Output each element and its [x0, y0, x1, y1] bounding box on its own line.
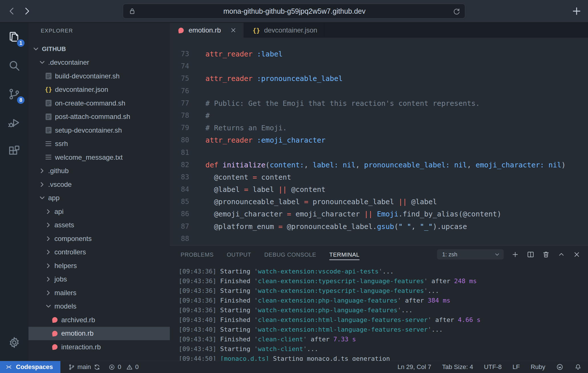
maximize-panel-icon[interactable] — [558, 251, 565, 258]
tree-item-emotion.rb[interactable]: emotion.rb — [28, 327, 170, 340]
terminal-select[interactable]: 1: zsh — [437, 249, 504, 260]
panel-tab-output[interactable]: OUTPUT — [227, 246, 251, 263]
language-mode[interactable]: Ruby — [531, 363, 545, 371]
error-icon — [109, 364, 115, 370]
remote-icon — [5, 363, 13, 371]
tree-item-assets[interactable]: assets — [28, 218, 170, 232]
refresh-icon[interactable] — [453, 7, 460, 15]
shell-script-file-icon — [45, 100, 52, 106]
code-text: # — [189, 110, 210, 122]
tree-item-GITHUB[interactable]: GITHUB — [28, 42, 170, 56]
codespaces-label: Codespaces — [16, 363, 53, 371]
panel-tab-terminal[interactable]: TERMINAL — [329, 246, 360, 263]
tree-item-controllers[interactable]: controllers — [28, 246, 170, 259]
explorer-sidebar: EXPLORER GITHUB.devcontainerbuild-devcon… — [28, 23, 170, 361]
branch-indicator[interactable]: main — [68, 363, 101, 371]
url-bar[interactable]: mona-github-github-g59jpq2w5w7.github.de… — [123, 4, 465, 19]
notifications-bell-icon[interactable] — [574, 363, 582, 371]
tab-emotion.rb[interactable]: emotion.rb — [170, 23, 244, 38]
tree-item-models[interactable]: models — [28, 300, 170, 313]
line-number: 75 — [170, 72, 189, 85]
activity-explorer[interactable]: 1 — [0, 23, 28, 51]
tree-item-.github[interactable]: .github — [28, 164, 170, 178]
code-text: attr_reader :pronounceable_label — [189, 72, 343, 85]
terminal-output[interactable]: [09:43:36] Starting 'watch-extension:vsc… — [170, 263, 588, 372]
activity-settings[interactable] — [0, 328, 28, 357]
browser-chrome: mona-github-github-g59jpq2w5w7.github.de… — [0, 0, 588, 23]
browser-window: mona-github-github-g59jpq2w5w7.github.de… — [0, 0, 588, 373]
tree-item-devcontainer.json[interactable]: {}devcontainer.json — [28, 83, 170, 97]
chevron-down — [45, 303, 52, 310]
tree-item-label: GITHUB — [42, 45, 66, 53]
eol-indicator[interactable]: LF — [513, 363, 520, 371]
problems-indicator[interactable]: 0 0 — [109, 363, 139, 371]
code-editor[interactable]: 73 attr_reader :label7475 attr_reader :p… — [170, 38, 588, 245]
code-text — [189, 233, 197, 245]
code-line: 79 # Returns an Emoji. — [170, 122, 588, 134]
tree-item-ssrh[interactable]: ssrh — [28, 137, 170, 151]
tree-item-.vscode[interactable]: .vscode — [28, 178, 170, 191]
tree-item-welcome_message.txt[interactable]: welcome_message.txt — [28, 151, 170, 164]
branch-icon — [68, 364, 75, 370]
code-text: @pronounceable_label = pronounceable_lab… — [189, 196, 437, 208]
tree-item-on-create-command.sh[interactable]: on-create-command.sh — [28, 96, 170, 110]
code-line: 80 attr_reader :emoji_character — [170, 134, 588, 146]
tree-item-build-devcontainer.sh[interactable]: build-devcontainer.sh — [28, 69, 170, 83]
forward-icon[interactable] — [22, 6, 32, 16]
code-line: 76 — [170, 85, 588, 97]
editor-group: emotion.rb{}devcontainer.json 73 attr_re… — [170, 23, 588, 361]
tree-item-interaction.rb[interactable]: interaction.rb — [28, 340, 170, 354]
new-tab-icon[interactable] — [571, 5, 582, 17]
tree-item-label: helpers — [54, 262, 77, 270]
tree-item-api[interactable]: api — [28, 205, 170, 218]
tree-item-label: setup-devcontainer.sh — [55, 126, 122, 134]
close-panel-icon[interactable] — [573, 251, 581, 258]
line-number: 80 — [170, 134, 189, 146]
tree-item-app[interactable]: app — [28, 191, 170, 205]
file-tree: GITHUB.devcontainerbuild-devcontainer.sh… — [28, 38, 170, 354]
line-number: 77 — [170, 97, 189, 110]
terminal-line: [09:43:36] Finished 'clean-extension:typ… — [179, 276, 588, 286]
sync-icon[interactable] — [93, 364, 101, 371]
back-icon[interactable] — [7, 6, 17, 16]
tree-item-label: api — [54, 208, 64, 216]
tree-item-setup-devcontainer.sh[interactable]: setup-devcontainer.sh — [28, 123, 170, 137]
split-terminal-icon[interactable] — [527, 251, 534, 258]
error-count: 0 — [118, 363, 121, 371]
kill-terminal-icon[interactable] — [542, 251, 550, 258]
terminal-select-value: 1: zsh — [442, 251, 457, 258]
status-right: Ln 29, Col 7 Tab Size: 4 UTF-8 LF Ruby — [397, 363, 582, 371]
code-line: 81 — [170, 147, 588, 159]
tree-item-helpers[interactable]: helpers — [28, 259, 170, 273]
code-line: 87 @platform_enum = @pronounceable_label… — [170, 220, 588, 233]
json-file-icon: {} — [45, 86, 52, 93]
tree-item-mailers[interactable]: mailers — [28, 286, 170, 300]
activity-extensions[interactable] — [0, 137, 28, 165]
new-terminal-icon[interactable] — [511, 251, 519, 258]
activity-source-control[interactable]: 8 — [0, 80, 28, 108]
codespaces-button[interactable]: Codespaces — [0, 361, 60, 373]
tree-item-label: .vscode — [48, 181, 72, 188]
tree-item-.devcontainer[interactable]: .devcontainer — [28, 56, 170, 70]
activity-search[interactable] — [0, 51, 28, 80]
cursor-position[interactable]: Ln 29, Col 7 — [397, 363, 431, 371]
panel-tab-problems[interactable]: PROBLEMS — [181, 246, 214, 263]
tree-item-post-attach-command.sh[interactable]: post-attach-command.sh — [28, 110, 170, 124]
tree-item-archived.rb[interactable]: archived.rb — [28, 313, 170, 327]
chevron-down — [39, 59, 46, 66]
browser-nav — [7, 0, 32, 22]
tab-devcontainer.json[interactable]: {}devcontainer.json — [244, 23, 324, 38]
close-tab[interactable] — [230, 27, 237, 34]
chevron-right — [45, 289, 52, 296]
feedback-smiley-icon[interactable] — [556, 363, 564, 371]
panel-tab-debug-console[interactable]: DEBUG CONSOLE — [264, 246, 316, 263]
encoding[interactable]: UTF-8 — [484, 363, 502, 371]
ruby-file-icon — [178, 28, 185, 33]
tree-item-jobs[interactable]: jobs — [28, 273, 170, 286]
line-number: 81 — [170, 147, 189, 159]
activity-run-debug[interactable] — [0, 108, 28, 137]
activity-badge: 8 — [17, 96, 25, 104]
tree-item-components[interactable]: components — [28, 232, 170, 246]
tree-item-label: on-create-command.sh — [55, 99, 125, 107]
tab-size[interactable]: Tab Size: 4 — [442, 363, 473, 371]
